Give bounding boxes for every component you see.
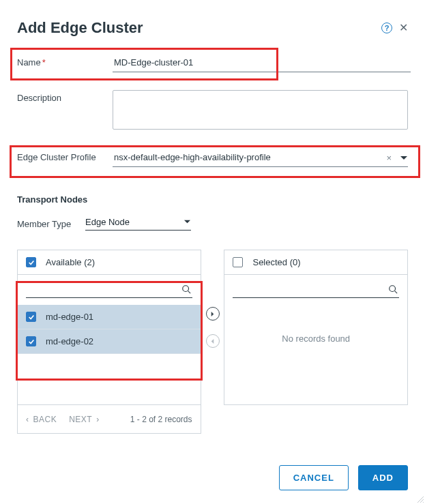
next-page-icon[interactable]: › <box>96 415 100 424</box>
available-search-input[interactable] <box>27 283 181 295</box>
available-panel: Available (2) md-ed <box>17 250 201 434</box>
profile-combobox[interactable]: × <box>113 149 408 167</box>
resize-grip[interactable] <box>415 494 424 503</box>
selected-header: Selected (0) <box>224 250 407 275</box>
available-search[interactable] <box>26 283 192 298</box>
member-type-row: Member Type Edge Node <box>17 217 408 231</box>
list-item[interactable]: md-edge-01 <box>18 305 201 329</box>
name-row: Name* <box>17 55 408 72</box>
chevron-down-icon <box>184 218 191 226</box>
search-icon <box>388 284 398 294</box>
description-label: Description <box>17 90 113 103</box>
selected-search-input[interactable] <box>234 283 388 295</box>
empty-message: No records found <box>233 298 399 379</box>
svg-line-3 <box>395 291 398 293</box>
next-button[interactable]: NEXT <box>69 415 92 424</box>
move-right-button[interactable] <box>206 307 220 321</box>
name-label: Name* <box>17 55 113 68</box>
description-input[interactable] <box>113 90 408 130</box>
member-type-value: Edge Node <box>85 217 184 227</box>
profile-row: Edge Cluster Profile × <box>17 149 408 167</box>
profile-label: Edge Cluster Profile <box>17 149 113 162</box>
svg-point-0 <box>182 285 188 291</box>
dialog-footer: CANCEL ADD <box>279 465 408 490</box>
move-left-button[interactable] <box>206 334 220 348</box>
available-header-label: Available (2) <box>46 257 95 267</box>
selected-select-all-checkbox[interactable] <box>233 257 243 267</box>
svg-line-4 <box>417 496 424 503</box>
selected-search[interactable] <box>233 283 399 298</box>
add-button[interactable]: ADD <box>358 465 408 490</box>
selected-header-label: Selected (0) <box>252 257 300 267</box>
prev-page-icon[interactable]: ‹ <box>26 415 29 424</box>
description-row: Description <box>17 90 408 132</box>
available-footer: ‹ BACK NEXT › 1 - 2 of 2 records <box>18 404 201 433</box>
available-select-all-checkbox[interactable] <box>26 257 36 267</box>
back-button[interactable]: BACK <box>33 415 57 424</box>
item-checkbox[interactable] <box>26 336 36 346</box>
svg-line-6 <box>423 502 424 503</box>
svg-point-2 <box>390 285 396 291</box>
svg-line-1 <box>188 291 190 293</box>
item-checkbox[interactable] <box>26 312 36 322</box>
search-icon <box>181 284 191 294</box>
help-icon[interactable]: ? <box>381 23 392 33</box>
chevron-down-icon[interactable] <box>400 154 408 162</box>
available-header: Available (2) <box>18 250 201 275</box>
available-list: md-edge-01 md-edge-02 <box>18 305 201 354</box>
list-item[interactable]: md-edge-02 <box>18 329 201 354</box>
dialog-header: Add Edge Cluster ? ✕ <box>17 19 408 37</box>
clear-icon[interactable]: × <box>382 153 396 163</box>
record-count: 1 - 2 of 2 records <box>130 415 192 424</box>
transfer-buttons <box>201 250 224 348</box>
dialog-title: Add Edge Cluster <box>17 19 143 37</box>
add-edge-cluster-dialog: Add Edge Cluster ? ✕ Name* Description E… <box>0 0 425 504</box>
transfer-panels: Available (2) md-ed <box>17 250 408 434</box>
profile-input[interactable] <box>113 149 382 166</box>
item-label: md-edge-02 <box>46 336 93 346</box>
member-type-select[interactable]: Edge Node <box>85 217 191 231</box>
cancel-button[interactable]: CANCEL <box>279 465 349 490</box>
selected-panel: Selected (0) No records found <box>224 250 408 405</box>
name-input[interactable] <box>113 55 411 72</box>
item-label: md-edge-01 <box>46 312 93 322</box>
close-icon[interactable]: ✕ <box>399 23 408 33</box>
member-type-label: Member Type <box>17 219 85 229</box>
transport-nodes-heading: Transport Nodes <box>17 194 408 205</box>
